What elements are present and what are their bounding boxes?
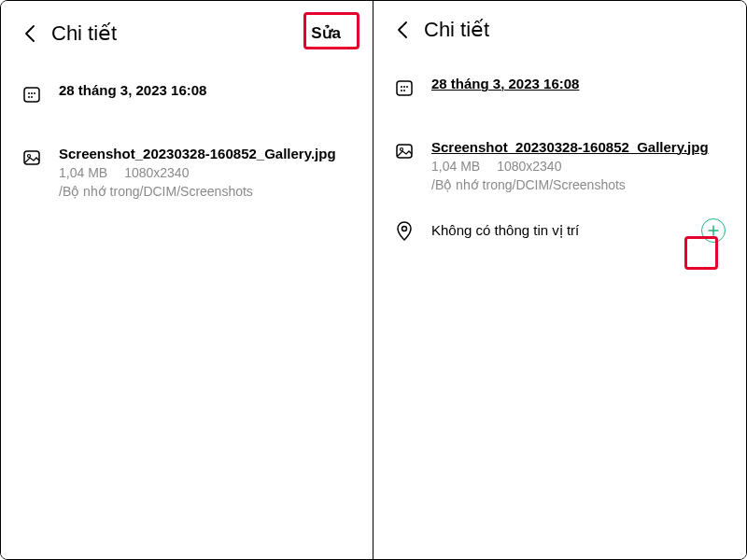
location-icon <box>394 221 415 242</box>
svg-point-7 <box>28 155 31 158</box>
date-text: 28 tháng 3, 2023 16:08 <box>59 82 352 98</box>
svg-point-9 <box>401 86 402 88</box>
svg-point-15 <box>401 148 403 151</box>
date-content: 28 tháng 3, 2023 16:08 <box>59 82 352 98</box>
file-row[interactable]: Screenshot_20230328-160852_Gallery.jpg 1… <box>374 130 746 202</box>
dimensions-text: 1080x2340 <box>124 165 189 180</box>
date-row: 28 tháng 3, 2023 16:08 <box>1 73 373 114</box>
back-icon[interactable] <box>21 25 38 42</box>
svg-point-12 <box>401 90 402 91</box>
svg-point-1 <box>28 92 30 94</box>
screenshot-container: Chi tiết Sửa 28 tháng 3, 2023 16:08 Scre… <box>0 0 747 560</box>
location-text: Không có thông tin vị trí <box>431 222 684 239</box>
svg-point-10 <box>403 86 405 88</box>
filename-text: Screenshot_20230328-160852_Gallery.jpg <box>59 146 352 161</box>
svg-point-3 <box>34 92 35 94</box>
date-content: 28 tháng 3, 2023 16:08 <box>431 76 726 91</box>
path-text: /Bộ nhớ trong/DCIM/Screenshots <box>59 184 352 199</box>
calendar-icon <box>394 77 415 98</box>
filesize-text: 1,04 MB <box>431 159 480 174</box>
header: Chi tiết <box>374 1 746 53</box>
svg-rect-8 <box>397 81 412 95</box>
date-text[interactable]: 28 tháng 3, 2023 16:08 <box>431 76 726 91</box>
file-row: Screenshot_20230328-160852_Gallery.jpg 1… <box>1 136 373 208</box>
svg-point-2 <box>31 92 33 94</box>
calendar-icon <box>21 84 42 105</box>
panel-details-view: Chi tiết Sửa 28 tháng 3, 2023 16:08 Scre… <box>1 1 374 559</box>
image-icon <box>21 147 42 168</box>
svg-point-5 <box>31 96 33 98</box>
highlight-edit <box>303 12 359 49</box>
filesize-text: 1,04 MB <box>59 165 107 180</box>
file-meta: 1,04 MB 1080x2340 <box>431 159 726 174</box>
panel-details-edit: Chi tiết 28 tháng 3, 2023 16:08 Screensh… <box>374 1 746 559</box>
date-row[interactable]: 28 tháng 3, 2023 16:08 <box>374 66 746 107</box>
page-title: Chi tiết <box>51 21 117 46</box>
svg-point-11 <box>406 86 408 88</box>
file-content: Screenshot_20230328-160852_Gallery.jpg 1… <box>59 146 352 199</box>
page-title: Chi tiết <box>424 18 489 42</box>
dimensions-text: 1080x2340 <box>497 159 561 174</box>
path-text: /Bộ nhớ trong/DCIM/Screenshots <box>431 177 726 192</box>
svg-rect-0 <box>24 88 39 102</box>
header-left: Chi tiết <box>394 18 489 42</box>
file-meta: 1,04 MB 1080x2340 <box>59 165 352 180</box>
file-content: Screenshot_20230328-160852_Gallery.jpg 1… <box>431 139 726 192</box>
back-icon[interactable] <box>394 21 411 38</box>
header-left: Chi tiết <box>21 21 117 46</box>
highlight-add <box>684 236 718 270</box>
filename-text[interactable]: Screenshot_20230328-160852_Gallery.jpg <box>431 139 726 155</box>
svg-point-13 <box>403 90 405 91</box>
image-icon <box>394 141 415 161</box>
svg-point-16 <box>402 227 407 231</box>
svg-point-4 <box>28 96 30 98</box>
